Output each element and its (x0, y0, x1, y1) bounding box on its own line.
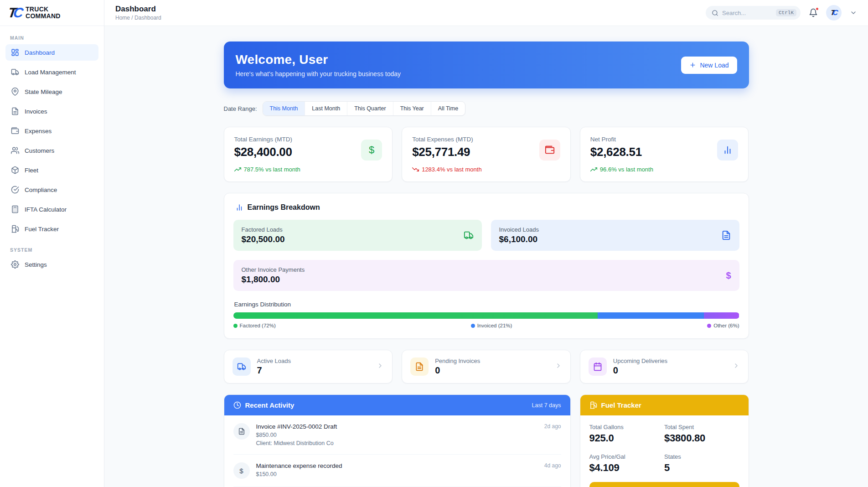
stat-label: Total Expenses (MTD) (412, 136, 560, 143)
breadcrumb: Home / Dashboard (115, 15, 161, 21)
legend-dot-purple (707, 324, 711, 328)
sidebar-item-fleet[interactable]: Fleet (5, 162, 98, 178)
notification-dot (815, 7, 819, 11)
calculator-icon (11, 205, 19, 213)
upcoming-deliveries-card[interactable]: Upcoming Deliveries 0 (580, 350, 749, 383)
tile-label: Factored Loads (242, 226, 285, 233)
quick-label: Upcoming Deliveries (613, 357, 733, 364)
fuel-stat-total-gallons: Total Gallons 925.0 (589, 424, 665, 444)
topbar: Dashboard Home / Dashboard Search... Ctr… (104, 0, 868, 26)
quick-card-text: Pending Invoices 0 (435, 357, 555, 376)
welcome-text: Welcome, User Here's what's happening wi… (236, 52, 401, 78)
brand-name: TRUCK COMMAND (26, 6, 61, 20)
truck-command-logo-icon: TC (7, 5, 23, 21)
date-option-last-month[interactable]: Last Month (305, 102, 347, 115)
search-placeholder: Search... (722, 10, 772, 16)
profile-menu-button[interactable] (850, 9, 857, 16)
date-option-all-time[interactable]: All Time (431, 102, 465, 115)
sidebar-item-label: IFTA Calculator (25, 206, 67, 213)
legend-other: Other (6%) (707, 323, 739, 328)
fuel-stat-value: $4.109 (589, 462, 665, 474)
sidebar-item-fuel-tracker[interactable]: Fuel Tracker (5, 221, 98, 237)
legend-dot-green (233, 324, 238, 328)
sidebar-item-settings[interactable]: Settings (5, 256, 98, 273)
activity-time: 4d ago (544, 462, 561, 469)
sidebar-item-expenses[interactable]: Expenses (5, 123, 98, 139)
sidebar-item-label: Expenses (25, 128, 52, 135)
legend-factored: Factored (72%) (233, 323, 276, 328)
new-load-button[interactable]: New Load (681, 57, 737, 74)
stat-label: Net Profit (590, 136, 739, 143)
notifications-button[interactable] (809, 8, 818, 17)
fuel-stat-label: Total Gallons (589, 424, 665, 430)
quick-links-row: Active Loads 7 Pending Invoices 0 (224, 350, 749, 383)
activity-list: Invoice #INV-2025-0002 Draft $850.00 Cli… (224, 415, 570, 487)
chevron-right-icon (555, 362, 562, 371)
brand[interactable]: TC TRUCK COMMAND (0, 0, 104, 26)
bottom-row: Recent Activity Last 7 days Invoice #INV… (224, 394, 749, 487)
date-option-this-month[interactable]: This Month (263, 102, 305, 115)
search-shortcut-badge: CtrlK (776, 9, 796, 16)
truck-icon (232, 357, 251, 376)
active-loads-card[interactable]: Active Loads 7 (224, 350, 393, 383)
activity-time: 2d ago (544, 423, 561, 430)
sidebar-item-invoices[interactable]: Invoices (5, 103, 98, 119)
sidebar-item-label: Compliance (25, 187, 57, 193)
map-pin-icon (11, 88, 19, 96)
avatar-logo-icon: TC (830, 9, 838, 17)
recent-activity-title: Recent Activity (233, 401, 294, 409)
stats-row: Total Earnings (MTD) $28,400.00 787.5% v… (224, 127, 749, 182)
main-content: Welcome, User Here's what's happening wi… (104, 26, 868, 487)
stat-card-total-expenses: Total Expenses (MTD) $25,771.49 1283.4% … (402, 127, 571, 182)
fuel-stats-grid: Total Gallons 925.0 Total Spent $3800.80… (589, 424, 739, 474)
fuel-stat-value: 5 (664, 462, 739, 474)
fuel-tracker-title: Fuel Tracker (589, 401, 641, 409)
topbar-left: Dashboard Home / Dashboard (115, 5, 161, 21)
sidebar-item-label: Settings (25, 261, 47, 268)
sidebar-item-compliance[interactable]: Compliance (5, 181, 98, 198)
fuel-pump-icon (11, 225, 19, 233)
truck-icon (464, 230, 474, 240)
check-circle-icon (11, 186, 19, 194)
sidebar-item-label: State Mileage (25, 88, 62, 95)
date-range-segmented-control: This Month Last Month This Quarter This … (263, 101, 466, 116)
activity-item-maintenance[interactable]: $ Maintenance expense recorded $150.00 4… (233, 455, 561, 487)
breadcrumb-home[interactable]: Home (115, 15, 130, 21)
add-fuel-purchase-button[interactable]: Add Fuel Purchase (589, 482, 739, 487)
distribution-segment-other (704, 312, 739, 319)
sidebar-item-ifta-calculator[interactable]: IFTA Calculator (5, 201, 98, 218)
sidebar-item-load-management[interactable]: Load Management (5, 64, 98, 80)
date-option-this-quarter[interactable]: This Quarter (347, 102, 393, 115)
new-load-label: New Load (700, 62, 728, 69)
sidebar-item-customers[interactable]: Customers (5, 142, 98, 159)
chevron-down-icon (850, 9, 857, 16)
date-range-row: Date Range: This Month Last Month This Q… (224, 101, 749, 116)
trending-down-icon (412, 166, 419, 173)
search-input[interactable]: Search... CtrlK (706, 6, 801, 20)
bar-chart-icon (235, 203, 243, 212)
search-icon (712, 10, 718, 16)
stat-change: 787.5% vs last month (234, 166, 382, 173)
dollar-sign-icon: $ (361, 140, 382, 161)
fuel-stat-total-spent: Total Spent $3800.80 (664, 424, 739, 444)
avatar[interactable]: TC (826, 5, 842, 21)
sidebar-item-dashboard[interactable]: Dashboard (5, 44, 98, 61)
activity-item-invoice[interactable]: Invoice #INV-2025-0002 Draft $850.00 Cli… (233, 415, 561, 455)
stat-value: $25,771.49 (412, 145, 560, 159)
earnings-breakdown-card: Earnings Breakdown Factored Loads $20,50… (224, 193, 749, 339)
fuel-stat-states: States 5 (664, 453, 739, 474)
stat-value: $2,628.51 (590, 145, 739, 159)
sidebar-item-state-mileage[interactable]: State Mileage (5, 83, 98, 100)
plus-icon (689, 62, 696, 68)
stat-change: 96.6% vs last month (590, 166, 739, 173)
file-text-icon (11, 107, 19, 115)
legend-dot-blue (471, 324, 475, 328)
topbar-right: Search... CtrlK TC (706, 5, 857, 21)
activity-range-badge: Last 7 days (532, 402, 561, 409)
date-option-this-year[interactable]: This Year (393, 102, 431, 115)
tile-value: $1,800.00 (242, 275, 305, 285)
pending-invoices-card[interactable]: Pending Invoices 0 (402, 350, 571, 383)
sidebar-item-label: Invoices (25, 108, 47, 115)
file-text-icon (410, 357, 429, 376)
package-icon (11, 166, 19, 174)
